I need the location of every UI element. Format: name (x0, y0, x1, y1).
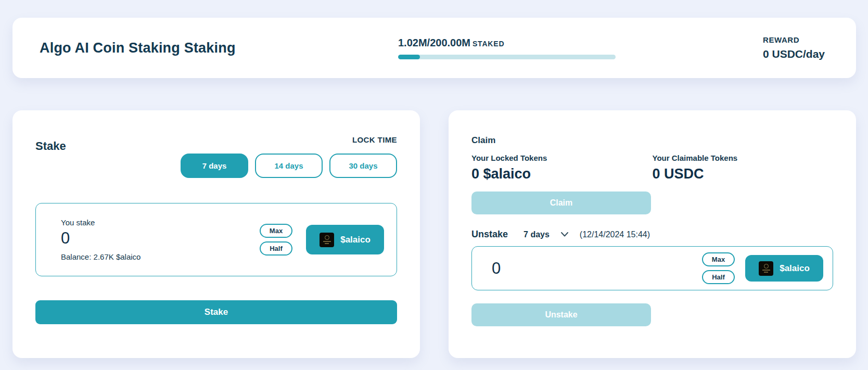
lock-time-label: LOCK TIME (181, 135, 397, 146)
unstake-token-button[interactable]: $alaico (745, 255, 823, 282)
unstake-pill-column: Max Half (702, 252, 735, 284)
you-stake-label: You stake (61, 218, 260, 227)
unstake-amount-right: Max Half $alaico (702, 252, 823, 284)
lock-7-days-button[interactable]: 7 days (181, 154, 248, 178)
unstake-max-button[interactable]: Max (702, 252, 735, 266)
claimable-tokens-stat: Your Claimable Tokens 0 USDC (653, 154, 834, 182)
unstake-amount-box: 0 Max Half $alaico (471, 246, 833, 290)
claimable-tokens-value: 0 USDC (653, 166, 834, 182)
locked-tokens-value: 0 $alaico (471, 166, 653, 182)
lock-14-days-button[interactable]: 14 days (255, 154, 323, 178)
reward-label: REWARD (763, 35, 825, 44)
lock-30-days-button[interactable]: 30 days (329, 154, 397, 178)
cards-row: Stake LOCK TIME 7 days 14 days 30 days Y… (12, 110, 856, 358)
claim-button[interactable]: Claim (471, 192, 651, 214)
alaico-token-icon (320, 233, 334, 247)
stake-amount-left: You stake 0 Balance: 2.67K $alaico (61, 218, 260, 261)
locked-tokens-label: Your Locked Tokens (471, 154, 653, 162)
claim-card: Claim Your Locked Tokens 0 $alaico Your … (449, 110, 856, 358)
alaico-token-icon (759, 261, 773, 276)
unstake-unlock-datetime: (12/14/2024 15:44) (580, 230, 650, 239)
staked-amount: 1.02M/200.00M (398, 37, 470, 48)
unstake-token-symbol: $alaico (780, 263, 810, 274)
stake-token-symbol: $alaico (340, 235, 371, 245)
unstake-title: Unstake (471, 229, 508, 240)
stake-submit-button[interactable]: Stake (35, 300, 397, 324)
stake-half-button[interactable]: Half (260, 241, 292, 256)
stake-pill-column: Max Half (260, 224, 292, 256)
stake-card: Stake LOCK TIME 7 days 14 days 30 days Y… (12, 110, 420, 358)
unstake-amount-input[interactable]: 0 (492, 260, 702, 276)
stake-amount-input[interactable]: 0 (61, 230, 260, 246)
unstake-button[interactable]: Unstake (471, 303, 651, 326)
unstake-amount-left: 0 (492, 260, 702, 276)
claimable-tokens-label: Your Claimable Tokens (653, 154, 834, 162)
unstake-row: Unstake 7 days (12/14/2024 15:44) (471, 229, 833, 240)
staked-label: STAKED (473, 40, 504, 48)
lock-time-group: LOCK TIME 7 days 14 days 30 days (181, 135, 397, 178)
unstake-period-select[interactable]: 7 days (524, 230, 550, 239)
page-title: Algo AI Coin Staking Staking (40, 40, 398, 56)
stake-token-button[interactable]: $alaico (306, 225, 384, 254)
claim-card-title: Claim (471, 135, 833, 146)
staking-page: Algo AI Coin Staking Staking 1.02M/200.0… (0, 0, 868, 358)
stake-amount-box: You stake 0 Balance: 2.67K $alaico Max H… (35, 203, 397, 276)
stake-balance-label: Balance: 2.67K $alaico (61, 252, 260, 261)
stake-card-title: Stake (35, 139, 66, 153)
locked-tokens-stat: Your Locked Tokens 0 $alaico (471, 154, 653, 182)
unstake-half-button[interactable]: Half (702, 270, 735, 284)
staked-progress-block: 1.02M/200.00MSTAKED (398, 37, 616, 59)
lock-time-buttons: 7 days 14 days 30 days (181, 154, 397, 178)
staked-amount-line: 1.02M/200.00MSTAKED (398, 37, 616, 49)
staked-progress-bar (398, 55, 616, 59)
header-card: Algo AI Coin Staking Staking 1.02M/200.0… (12, 18, 856, 78)
claim-tokens-row: Your Locked Tokens 0 $alaico Your Claima… (471, 154, 833, 182)
staked-progress-fill (398, 55, 420, 59)
reward-value: 0 USDC/day (763, 48, 825, 60)
chevron-down-icon[interactable] (561, 232, 568, 237)
stake-amount-right: Max Half $alaico (260, 224, 384, 256)
reward-block: REWARD 0 USDC/day (763, 35, 825, 60)
stake-max-button[interactable]: Max (260, 224, 292, 238)
stake-card-top: Stake LOCK TIME 7 days 14 days 30 days (35, 135, 397, 178)
